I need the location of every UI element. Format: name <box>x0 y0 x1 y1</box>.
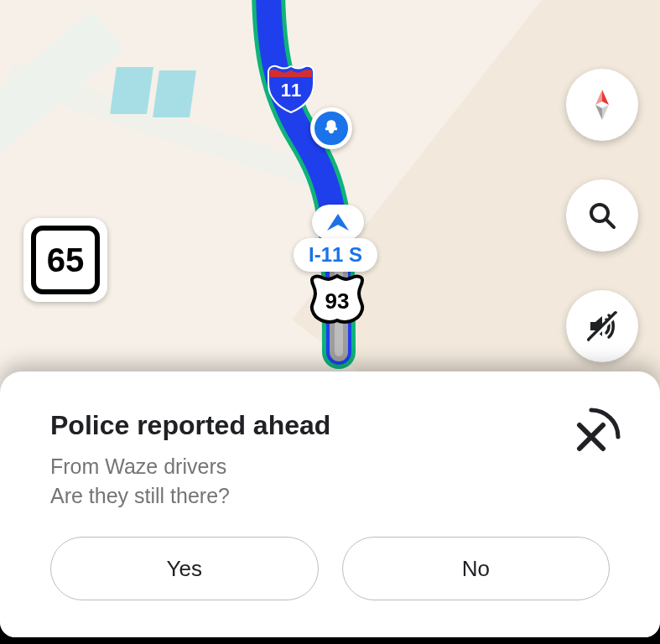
alert-bottom-sheet: Police reported ahead From Waze drivers … <box>0 371 660 637</box>
sound-button[interactable] <box>566 290 638 362</box>
close-icon <box>559 405 623 469</box>
alert-title: Police reported ahead <box>50 410 610 441</box>
current-route-label: I-11 S <box>294 238 377 272</box>
alert-prompt: Are they still there? <box>50 484 610 508</box>
close-button[interactable] <box>559 405 623 469</box>
sound-muted-icon <box>584 308 621 345</box>
speed-limit-sign: 65 <box>23 218 107 302</box>
us-route-shield: 93 <box>307 273 367 325</box>
search-icon <box>585 199 619 232</box>
interstate-number: 11 <box>265 62 317 114</box>
svg-line-1 <box>606 220 614 227</box>
us-route-number: 93 <box>307 273 367 325</box>
navigation-arrow <box>312 205 364 240</box>
speed-limit-value: 65 <box>31 226 100 294</box>
yes-button[interactable]: Yes <box>50 537 319 600</box>
search-button[interactable] <box>566 179 638 252</box>
compass-icon <box>584 86 621 123</box>
map-viewport[interactable]: 65 11 I-11 S 93 <box>0 0 660 637</box>
police-report-icon[interactable] <box>310 107 352 149</box>
no-button[interactable]: No <box>342 537 611 600</box>
interstate-shield: 11 <box>265 62 317 114</box>
compass-button[interactable] <box>566 69 638 141</box>
alert-actions: Yes No <box>50 537 610 600</box>
alert-source: From Waze drivers <box>50 454 610 479</box>
